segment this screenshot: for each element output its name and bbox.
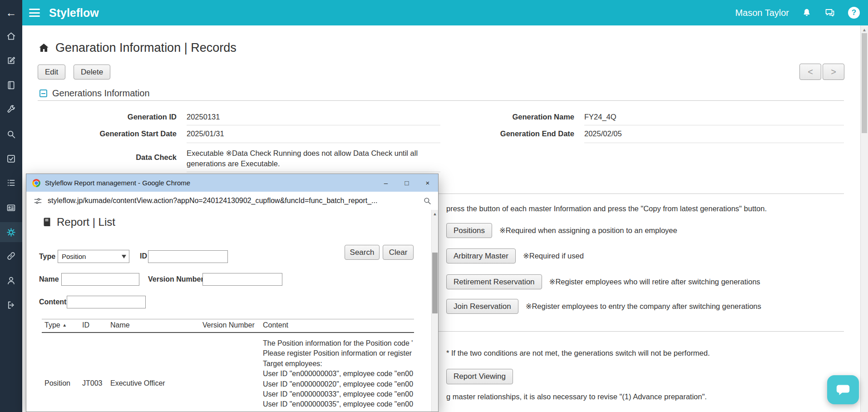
retirement-reservation-note: ※Register employees who will retire afte… — [549, 278, 760, 286]
main-scrollbar-thumb[interactable] — [862, 33, 867, 133]
col-header-name[interactable]: Name — [110, 319, 130, 332]
sidebar-item-card[interactable] — [0, 198, 22, 218]
search-icon — [6, 129, 16, 139]
join-reservation-button[interactable]: Join Reservation — [446, 299, 518, 314]
version-input[interactable] — [202, 273, 282, 286]
popup-scrollbar-thumb[interactable] — [432, 253, 438, 313]
delete-button[interactable]: Delete — [74, 65, 110, 79]
end-date-value: 2025/02/05 — [584, 126, 622, 142]
retirement-reservation-button[interactable]: Retirement Reservation — [446, 274, 542, 289]
minimize-icon[interactable]: – — [375, 174, 396, 192]
close-icon[interactable]: × — [417, 174, 438, 192]
back-button[interactable]: ← — [0, 0, 22, 25]
logout-icon — [6, 300, 16, 310]
user-name[interactable]: Mason Taylor — [735, 8, 789, 18]
gear-icon — [6, 228, 16, 237]
popup-content: Report | List Type Position ID Search Cl… — [26, 210, 438, 412]
generation-id-label: Generation ID — [38, 109, 177, 125]
content-label: Content — [39, 296, 66, 308]
search-button[interactable]: Search — [345, 245, 380, 260]
user-icon — [6, 276, 16, 285]
sidebar-item-logout[interactable] — [0, 295, 22, 315]
chat-icon[interactable] — [824, 7, 835, 18]
sidebar-item-search[interactable] — [0, 124, 22, 144]
sidebar-item-tasks[interactable] — [0, 149, 22, 169]
clear-button[interactable]: Clear — [383, 245, 414, 260]
report-viewing-button[interactable]: Report Viewing — [446, 369, 513, 384]
app-title: Styleflow — [49, 0, 99, 25]
popup-scrollbar[interactable]: ▲ — [431, 210, 438, 412]
check-square-icon — [6, 154, 16, 164]
row-id: JT003 — [82, 378, 102, 388]
maximize-icon[interactable]: □ — [396, 174, 417, 192]
popup-titlebar[interactable]: Styleflow Report management - Google Chr… — [26, 174, 438, 192]
sidebar-item-edit[interactable] — [0, 50, 22, 70]
generation-name-label: Generation Name — [436, 109, 574, 125]
report-popup-window: Styleflow Report management - Google Chr… — [26, 174, 439, 412]
help-icon[interactable]: ? — [848, 7, 860, 19]
start-date-value: 2025/01/31 — [187, 126, 224, 142]
zoom-icon[interactable] — [423, 197, 432, 205]
col-header-type[interactable]: Type ▲ — [44, 319, 67, 332]
sidebar — [0, 25, 22, 412]
page-title: Genaration Information | Records — [55, 41, 237, 55]
scroll-up-icon[interactable]: ▲ — [861, 27, 868, 32]
sidebar-item-user[interactable] — [0, 270, 22, 290]
positions-button[interactable]: Positions — [446, 223, 492, 238]
link-icon — [6, 251, 16, 261]
generation-id-value: 20250131 — [187, 109, 220, 125]
condition-note: * If the two conditions are not met, the… — [446, 349, 710, 357]
sidebar-item-manual[interactable] — [0, 75, 22, 95]
chevron-down-icon — [122, 255, 126, 258]
name-label: Name — [39, 273, 59, 286]
home-title-icon — [38, 42, 50, 54]
sort-asc-icon: ▲ — [62, 323, 67, 328]
join-reservation-note: ※Register employees to entry the company… — [526, 302, 761, 311]
popup-window-title: Styleflow Report management - Google Chr… — [45, 179, 190, 187]
id-input[interactable] — [148, 250, 228, 263]
wrench-icon — [6, 105, 16, 114]
top-header: ← Styleflow Mason Taylor ? — [0, 0, 868, 25]
sidebar-item-settings[interactable] — [0, 222, 22, 242]
start-date-label: Generation Start Date — [38, 126, 177, 142]
bell-icon[interactable] — [802, 8, 812, 18]
row-content: The Position information for the Positio… — [263, 338, 413, 412]
next-record-button[interactable]: > — [823, 64, 844, 80]
name-input[interactable] — [61, 273, 139, 286]
menu-icon[interactable] — [29, 9, 40, 17]
generation-name-value: FY24_4Q — [584, 109, 616, 125]
arbitrary-master-button[interactable]: Arbitrary Master — [446, 248, 516, 263]
scroll-up-icon[interactable]: ▲ — [432, 212, 438, 216]
id-card-icon — [6, 203, 16, 213]
master-row: Retirement Reservation ※Register employe… — [446, 274, 760, 289]
col-header-version[interactable]: Version Number — [202, 319, 255, 332]
type-select[interactable]: Position — [58, 250, 129, 263]
arrow-left-icon: ← — [6, 6, 17, 19]
book-icon — [6, 80, 16, 90]
edit-icon — [6, 56, 16, 65]
row-name: Executive Officer — [110, 378, 165, 388]
list-icon — [6, 178, 16, 188]
main-scrollbar[interactable]: ▲ — [860, 25, 868, 412]
col-header-content[interactable]: Content — [263, 319, 288, 332]
content-input[interactable] — [67, 296, 146, 308]
end-date-label: Generation End Date — [436, 126, 574, 142]
master-row: Positions ※Required when assigning a pos… — [446, 223, 677, 238]
chat-launcher-button[interactable] — [827, 375, 859, 404]
popup-urlbar: styleflow.jp/kumade/contentView.action?a… — [26, 192, 438, 210]
collapse-section-icon[interactable] — [39, 89, 47, 97]
chrome-icon — [32, 179, 40, 187]
arbitrary-master-note: ※Required if used — [523, 252, 584, 260]
sidebar-item-tools[interactable] — [0, 99, 22, 119]
master-row: Arbitrary Master ※Required if used — [446, 248, 584, 263]
version-label: Version Number — [148, 273, 204, 286]
sidebar-item-list[interactable] — [0, 173, 22, 193]
sidebar-item-link[interactable] — [0, 246, 22, 266]
prev-record-button[interactable]: < — [799, 64, 821, 80]
tune-icon[interactable] — [34, 197, 42, 205]
edit-button[interactable]: Edit — [38, 65, 65, 79]
col-header-id[interactable]: ID — [82, 319, 89, 332]
url-text[interactable]: styleflow.jp/kumade/contentView.action?a… — [48, 197, 423, 205]
type-label: Type — [39, 250, 55, 263]
sidebar-item-home[interactable] — [0, 26, 22, 46]
